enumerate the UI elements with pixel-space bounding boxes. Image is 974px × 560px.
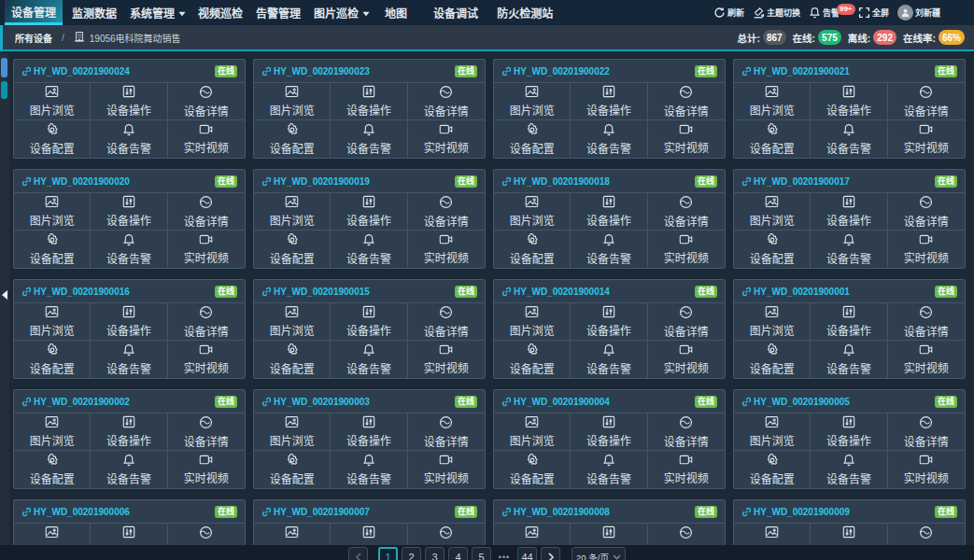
nav-item-4[interactable]: 告警管理 xyxy=(254,0,303,25)
device-link[interactable]: HY_WD_00201900006 xyxy=(21,507,130,517)
action-video[interactable]: 实时视频 xyxy=(888,451,965,488)
action-operate[interactable]: 设备操作 xyxy=(811,413,887,451)
action-video[interactable]: 实时视频 xyxy=(168,120,245,158)
action-alarm[interactable]: 设备告警 xyxy=(91,451,167,488)
action-alarm[interactable]: 设备告警 xyxy=(811,120,887,158)
device-link[interactable]: HY_WD_00201900005 xyxy=(741,397,850,407)
action-config[interactable]: 设备配置 xyxy=(254,451,331,488)
action-image[interactable]: 图片浏览 xyxy=(254,303,331,341)
action-video[interactable]: 实时视频 xyxy=(168,231,245,268)
page-button-last[interactable]: 44 xyxy=(517,547,537,560)
action-video[interactable]: 实时视频 xyxy=(648,451,725,488)
fullscreen-button[interactable]: 全屏 xyxy=(858,7,889,19)
user-menu[interactable]: 刘新疆 xyxy=(897,5,940,21)
nav-item-0[interactable]: 设备管理 xyxy=(5,0,63,25)
action-alarm[interactable]: 设备告警 xyxy=(331,451,407,488)
action-alarm[interactable]: 设备告警 xyxy=(811,231,887,268)
device-link[interactable]: HY_WD_00201900001 xyxy=(741,287,850,297)
action-config[interactable]: 设备配置 xyxy=(494,341,571,378)
action-detail[interactable]: 设备详情 xyxy=(408,83,485,120)
action-detail[interactable]: 设备详情 xyxy=(408,413,485,451)
action-config[interactable]: 设备配置 xyxy=(494,451,571,488)
refresh-button[interactable]: 刷新 xyxy=(713,7,744,19)
action-image[interactable]: 图片浏览 xyxy=(14,303,91,341)
device-link[interactable]: HY_WD_00201900008 xyxy=(501,507,610,517)
nav-item-8[interactable]: 防火检测站 xyxy=(495,0,555,25)
device-link[interactable]: HY_WD_00201900020 xyxy=(21,176,130,187)
action-video[interactable]: 实时视频 xyxy=(408,120,485,158)
action-alarm[interactable]: 设备告警 xyxy=(571,451,647,488)
nav-item-1[interactable]: 监测数据 xyxy=(70,0,119,25)
alarm-button[interactable]: 告警 99+ xyxy=(809,7,840,19)
rail-scroll-thumb-blue[interactable] xyxy=(1,58,7,77)
action-operate[interactable]: 设备操作 xyxy=(571,193,647,231)
action-video[interactable]: 实时视频 xyxy=(888,341,965,378)
action-alarm[interactable]: 设备告警 xyxy=(571,120,647,158)
action-detail[interactable]: 设备详情 xyxy=(408,193,485,231)
nav-item-3[interactable]: 视频巡检 xyxy=(196,0,245,25)
action-video[interactable]: 实时视频 xyxy=(888,231,965,268)
action-image[interactable]: 图片浏览 xyxy=(494,303,571,341)
device-link[interactable]: HY_WD_00201900023 xyxy=(261,66,370,77)
action-video[interactable]: 实时视频 xyxy=(888,120,965,158)
page-button-3[interactable]: 3 xyxy=(425,547,445,560)
action-video[interactable]: 实时视频 xyxy=(648,120,725,158)
device-link[interactable]: HY_WD_00201900017 xyxy=(741,176,850,187)
action-alarm[interactable]: 设备告警 xyxy=(571,341,647,378)
action-operate[interactable]: 设备操作 xyxy=(811,303,887,341)
action-image[interactable]: 图片浏览 xyxy=(734,303,811,341)
action-alarm[interactable]: 设备告警 xyxy=(571,231,647,268)
action-config[interactable]: 设备配置 xyxy=(494,120,571,158)
breadcrumb-root[interactable]: 所有设备 xyxy=(15,31,52,45)
nav-item-5[interactable]: 图片巡检 xyxy=(312,0,372,25)
action-video[interactable]: 实时视频 xyxy=(168,451,245,488)
action-alarm[interactable]: 设备告警 xyxy=(811,451,887,488)
page-button-4[interactable]: 4 xyxy=(448,547,468,560)
device-link[interactable]: HY_WD_00201900004 xyxy=(501,397,610,407)
action-image[interactable]: 图片浏览 xyxy=(254,413,331,451)
action-operate[interactable]: 设备操作 xyxy=(331,413,407,451)
device-link[interactable]: HY_WD_00201900022 xyxy=(501,66,610,77)
action-detail[interactable]: 设备详情 xyxy=(168,303,245,341)
page-button-5[interactable]: 5 xyxy=(472,547,491,560)
action-config[interactable]: 设备配置 xyxy=(734,120,811,158)
device-link[interactable]: HY_WD_00201900007 xyxy=(261,507,370,517)
action-detail[interactable]: 设备详情 xyxy=(888,83,965,120)
action-config[interactable]: 设备配置 xyxy=(14,451,91,488)
device-link[interactable]: HY_WD_00201900018 xyxy=(501,176,610,187)
action-alarm[interactable]: 设备告警 xyxy=(811,341,887,378)
device-link[interactable]: HY_WD_00201900019 xyxy=(261,176,370,187)
action-video[interactable]: 实时视频 xyxy=(648,341,725,378)
device-link[interactable]: HY_WD_00201900003 xyxy=(261,397,370,407)
action-detail[interactable]: 设备详情 xyxy=(888,303,965,341)
action-image[interactable]: 图片浏览 xyxy=(14,193,91,231)
action-operate[interactable]: 设备操作 xyxy=(91,303,167,341)
device-link[interactable]: HY_WD_00201900014 xyxy=(501,287,610,297)
action-detail[interactable]: 设备详情 xyxy=(168,83,245,120)
page-button-1[interactable]: 1 xyxy=(378,547,398,560)
device-link[interactable]: HY_WD_00201900009 xyxy=(741,507,850,517)
action-image[interactable]: 图片浏览 xyxy=(494,83,571,120)
action-image[interactable]: 图片浏览 xyxy=(254,193,331,231)
action-image[interactable]: 图片浏览 xyxy=(254,83,331,120)
action-image[interactable]: 图片浏览 xyxy=(734,413,811,451)
action-config[interactable]: 设备配置 xyxy=(14,120,91,158)
action-operate[interactable]: 设备操作 xyxy=(571,83,647,120)
action-detail[interactable]: 设备详情 xyxy=(168,193,245,231)
more-pages-ellipsis[interactable]: ••• xyxy=(497,547,512,560)
action-image[interactable]: 图片浏览 xyxy=(734,83,811,120)
device-link[interactable]: HY_WD_00201900002 xyxy=(21,397,130,407)
action-config[interactable]: 设备配置 xyxy=(734,451,811,488)
device-link[interactable]: HY_WD_00201900021 xyxy=(741,66,850,77)
action-operate[interactable]: 设备操作 xyxy=(331,193,407,231)
action-config[interactable]: 设备配置 xyxy=(14,341,91,378)
action-alarm[interactable]: 设备告警 xyxy=(331,120,407,158)
nav-item-7[interactable]: 设备调试 xyxy=(431,0,480,25)
action-config[interactable]: 设备配置 xyxy=(734,341,811,378)
action-image[interactable]: 图片浏览 xyxy=(14,413,91,451)
action-video[interactable]: 实时视频 xyxy=(168,341,245,378)
page-button-2[interactable]: 2 xyxy=(402,547,421,560)
action-image[interactable]: 图片浏览 xyxy=(14,83,91,120)
action-operate[interactable]: 设备操作 xyxy=(91,83,167,120)
next-page-button[interactable] xyxy=(541,547,560,560)
